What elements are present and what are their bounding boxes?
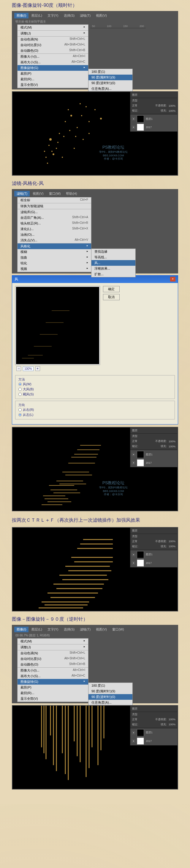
zoom-in-button[interactable]: + [35, 366, 40, 371]
sharpen-item[interactable]: 锐化 [17, 260, 91, 266]
menu-image[interactable]: 图像(I) [14, 13, 29, 19]
blur-item[interactable]: 模糊 [17, 249, 91, 255]
crop-item[interactable]: 裁剪(P) [17, 685, 88, 690]
layer-row[interactable]: 2017 [130, 737, 177, 745]
menu-filter[interactable]: 滤镜(T) [77, 13, 93, 19]
layer-row[interactable]: 图层1 [130, 728, 177, 737]
eye-icon[interactable] [132, 453, 135, 456]
distort-item[interactable]: 扭曲 [17, 255, 91, 260]
radio-blast[interactable]: 大风(B) [18, 387, 172, 392]
mode-item[interactable]: 模式(M) [17, 639, 88, 644]
radio-from-left[interactable]: 从左(L) [18, 412, 172, 417]
eye-icon[interactable] [132, 731, 135, 734]
video-item[interactable]: 视频 [17, 266, 91, 272]
menu-help-2[interactable]: 帮助(H) [64, 191, 79, 196]
layer-row-1[interactable]: 图层1 [130, 115, 177, 123]
trim-item[interactable]: 裁切(R)... [17, 76, 88, 82]
layer-row[interactable]: 图层1 [130, 551, 177, 559]
menu-layer[interactable]: 图层(L) [29, 13, 44, 19]
zoom-out-button[interactable]: − [16, 366, 21, 371]
layer-row-bg[interactable]: 2017 [130, 123, 177, 131]
layers-tab[interactable]: 图层 [132, 529, 138, 533]
cancel-button[interactable]: 取消 [103, 294, 120, 300]
menu-type[interactable]: 文字(Y) [45, 627, 61, 632]
zoom-field[interactable]: 100% [23, 367, 34, 371]
eye-icon[interactable] [132, 561, 135, 564]
svg-point-3 [59, 133, 60, 134]
auto-tone-item[interactable]: 自动色调(N)Shift+Ctrl+L [17, 650, 88, 656]
image-size-item[interactable]: 图像大小(I)...Alt+Ctrl+I [17, 668, 88, 673]
liquify-item[interactable]: 液化(L)...Shift+Ctrl+X [17, 226, 91, 232]
rotate-90cw-item[interactable]: 90 度(顺时针)(9) [88, 74, 132, 80]
mode-item[interactable]: 模式(M) [17, 25, 88, 30]
layers-tab[interactable]: 图层 [132, 707, 138, 711]
close-icon[interactable]: × [170, 277, 176, 281]
menu-image[interactable]: 图像(I) [14, 627, 29, 632]
menu-filter-2[interactable]: 滤镜(T) [14, 191, 30, 196]
rotate-arbitrary-item[interactable]: 任意角度(A)... [88, 86, 132, 92]
crop-item[interactable]: 裁剪(P) [17, 71, 88, 76]
radio-from-right[interactable]: 从右(R) [18, 407, 172, 412]
image-rotate-item[interactable]: 图像旋转(G) [17, 679, 88, 685]
canvas-size-item[interactable]: 画布大小(S)...Alt+Ctrl+C [17, 673, 88, 679]
menu-view[interactable]: 视图(V) [93, 627, 109, 632]
wind-dialog: 风 × − 100% + [12, 275, 178, 425]
layers-tab[interactable]: 图层 [132, 429, 138, 433]
image-rotate-item[interactable]: 图像旋转(G) [17, 65, 88, 71]
rotate-180-item[interactable]: 180 度(1) [88, 683, 132, 688]
layer-row[interactable]: 2017 [130, 559, 177, 567]
menu-window-2[interactable]: 窗口(W) [47, 191, 63, 196]
smart-filter-item[interactable]: 转换为智能滤镜 [17, 203, 91, 209]
eye-icon[interactable] [132, 461, 135, 464]
layers-tab[interactable]: 图层 [132, 93, 138, 97]
auto-color-item[interactable]: 自动颜色(O)Shift+Ctrl+B [17, 48, 88, 54]
rotate-90ccw-item[interactable]: 90 度(逆时针)(0) [88, 694, 132, 700]
zoom-controls: − 100% + [15, 365, 100, 372]
image-size-item[interactable]: 图像大小(I)...Alt+Ctrl+I [17, 54, 88, 59]
canvas-size-item[interactable]: 画布大小(S)...Alt+Ctrl+C [17, 59, 88, 65]
reveal-all-item[interactable]: 显示全部(V) [17, 696, 88, 702]
rotate-arbitrary-item[interactable]: 任意角度(A)... [88, 700, 132, 705]
eye-icon[interactable] [132, 117, 135, 120]
last-filter-item[interactable]: 框全标Ctrl+F [17, 197, 91, 203]
lens-item[interactable]: 镜头校正(R)...Shift+Ctrl+R [17, 221, 91, 226]
rotate-90cw-item[interactable]: 90 度(顺时针)(9) [88, 688, 132, 694]
adjust-item[interactable]: 调整(J) [17, 645, 88, 650]
trim-item[interactable]: 裁切(R)... [17, 690, 88, 696]
radio-wind[interactable]: 风(W) [18, 382, 172, 387]
menu-view[interactable]: 视图(V) [93, 13, 109, 19]
reveal-all-item[interactable]: 显示全部(V) [17, 82, 88, 88]
layer-row[interactable]: 图层1 [130, 451, 177, 459]
adaptive-item[interactable]: 自适应广角(A)...Shift+Ctrl+A [17, 215, 91, 221]
eye-icon[interactable] [132, 740, 135, 743]
eye-icon[interactable] [132, 553, 135, 556]
adjust-item[interactable]: 调整(J) [17, 31, 88, 36]
rotate-180-item[interactable]: 180 度(1) [88, 69, 132, 74]
stylize-item[interactable]: 风格化 [17, 244, 91, 249]
layer-row[interactable]: 2017 [130, 459, 177, 467]
contour-item[interactable]: 等高线... [91, 254, 136, 260]
eye-icon[interactable] [132, 126, 135, 129]
ok-button[interactable]: 确定 [103, 286, 120, 292]
menu-type[interactable]: 文字(Y) [45, 13, 61, 19]
emboss-item[interactable]: 浮雕效果... [91, 266, 136, 271]
auto-color-item[interactable]: 自动颜色(O)Shift+Ctrl+B [17, 662, 88, 668]
gallery-item[interactable]: 滤镜库(G)... [17, 209, 91, 215]
menu-select[interactable]: 选择(S) [62, 627, 77, 632]
menu-window[interactable]: 窗口(W) [110, 627, 126, 632]
menu-select[interactable]: 选择(S) [62, 13, 77, 19]
auto-tone-item[interactable]: 自动色调(N)Shift+Ctrl+L [17, 37, 88, 42]
menu-layer[interactable]: 图层(L) [29, 627, 44, 632]
auto-contrast-item[interactable]: 自动对比度(U)Alt+Shift+Ctrl+L [17, 42, 88, 48]
diffuse-item[interactable]: 扩散... [91, 271, 136, 277]
rotate-90ccw-item[interactable]: 90 度(逆时针)(0) [88, 80, 132, 86]
radio-stagger[interactable]: 飓风(S) [18, 392, 172, 397]
find-edges-item[interactable]: 查找边缘 [91, 249, 136, 254]
wind-item[interactable]: 风... [91, 260, 136, 266]
image-menu-screenshot-2: 图像(I) 图层(L) 文字(Y) 选择(S) 滤镜(T) 视图(V) 窗口(W… [12, 625, 178, 703]
auto-contrast-item[interactable]: 自动对比度(U)Alt+Shift+Ctrl+L [17, 656, 88, 662]
menu-view-2[interactable]: 视图(V) [30, 191, 46, 196]
menu-filter[interactable]: 滤镜(T) [77, 627, 93, 632]
vanish-item[interactable]: 消失点(V)...Alt+Ctrl+V [17, 238, 91, 243]
oil-item[interactable]: 油画(O)... [17, 232, 91, 238]
